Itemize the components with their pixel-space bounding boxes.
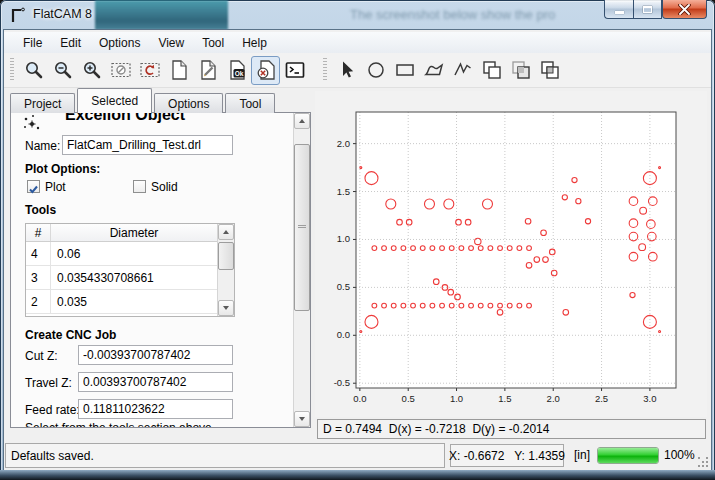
table-row[interactable]: 4 0.06 <box>26 242 234 266</box>
panel-scrollbar[interactable] <box>293 113 310 427</box>
replot-button[interactable] <box>135 56 164 85</box>
tool-diameter-cell[interactable]: 0.0354330708661 <box>51 266 217 289</box>
run-script-button[interactable]: Ok <box>222 56 251 85</box>
menu-help[interactable]: Help <box>233 34 276 52</box>
units-indicator: [in] <box>574 448 590 462</box>
travelz-input[interactable] <box>78 372 233 392</box>
svg-text:0.5: 0.5 <box>337 281 350 292</box>
new-file-icon <box>167 58 191 82</box>
menu-edit[interactable]: Edit <box>51 34 90 52</box>
close-icon <box>678 4 691 15</box>
zoom-out-button[interactable] <box>48 56 77 85</box>
tool-diameter-cell[interactable]: 0.035 <box>51 290 217 313</box>
arrow-down-icon <box>299 417 305 421</box>
plot-options-label: Plot Options: <box>25 162 100 176</box>
menu-view[interactable]: View <box>149 34 193 52</box>
shell-button[interactable] <box>280 56 309 85</box>
svg-text:1.5: 1.5 <box>498 393 511 404</box>
new-file-button[interactable] <box>164 56 193 85</box>
check-icon <box>28 184 39 195</box>
path-tool-button[interactable] <box>448 56 477 85</box>
zoom-in-button[interactable] <box>77 56 106 85</box>
clear-plot-button[interactable] <box>106 56 135 85</box>
feedrate-input[interactable] <box>78 399 233 419</box>
window-title: FlatCAM 8 <box>33 7 92 21</box>
zoom-in-icon <box>80 58 104 82</box>
close-button[interactable] <box>662 0 707 19</box>
tools-hint-text: Select from the tools section above <box>25 421 212 427</box>
rectangle-tool-button[interactable] <box>390 56 419 85</box>
circle-tool-button[interactable] <box>361 56 390 85</box>
arrow-up-icon <box>299 119 305 123</box>
progress-percent: 100% <box>664 448 695 462</box>
subtract-tool-button[interactable] <box>506 56 535 85</box>
name-label: Name: <box>25 139 60 153</box>
plot-canvas[interactable]: 0.00.51.01.52.02.53.0-0.50.00.51.01.52.0 <box>315 91 707 417</box>
menu-options[interactable]: Options <box>90 34 149 52</box>
toolbar-drag-handle-2[interactable] <box>323 58 327 82</box>
menu-file[interactable]: File <box>14 34 51 52</box>
tab-options[interactable]: Options <box>154 93 223 113</box>
plot-checkbox[interactable] <box>27 180 40 193</box>
maximize-button[interactable] <box>633 0 662 19</box>
window-bottom-border <box>0 470 715 480</box>
intersect-tool-button[interactable] <box>535 56 564 85</box>
column-header-diameter[interactable]: Diameter <box>51 224 217 241</box>
svg-text:1.0: 1.0 <box>337 233 350 244</box>
intersect-tool-icon <box>538 58 562 82</box>
flatcam-logo-icon <box>9 6 27 24</box>
clear-plot-icon <box>109 58 133 82</box>
measurement-readout: D = 0.7494 D(x) = -0.7218 D(y) = -0.2014 <box>317 419 706 439</box>
solid-checkbox-label: Solid <box>151 180 178 194</box>
maximize-icon <box>643 6 652 13</box>
delete-object-icon <box>254 58 278 82</box>
union-tool-icon <box>480 58 504 82</box>
cutz-input[interactable] <box>78 345 233 365</box>
table-row[interactable]: 2 0.035 <box>26 290 234 314</box>
tab-tool[interactable]: Tool <box>225 93 275 113</box>
solid-checkbox[interactable] <box>133 180 146 193</box>
svg-text:2.5: 2.5 <box>595 393 608 404</box>
zoom-fit-button[interactable] <box>19 56 48 85</box>
scroll-down-button[interactable] <box>294 411 310 427</box>
svg-text:3.0: 3.0 <box>643 393 656 404</box>
minimize-icon <box>615 11 624 14</box>
minimize-button[interactable] <box>604 0 633 19</box>
table-row[interactable]: 3 0.0354330708661 <box>26 266 234 290</box>
tab-selected[interactable]: Selected <box>77 88 152 113</box>
progress-bar <box>597 447 659 464</box>
tool-diameter-cell[interactable]: 0.06 <box>51 242 217 265</box>
scroll-down-button[interactable] <box>218 300 234 316</box>
toolbar: Ok <box>4 53 711 88</box>
excellon-object-icon <box>20 113 46 133</box>
toolbar-drag-handle[interactable] <box>10 58 14 82</box>
scrollbar-thumb[interactable] <box>294 144 310 311</box>
subtract-tool-icon <box>509 58 533 82</box>
edit-file-button[interactable] <box>193 56 222 85</box>
name-input[interactable] <box>62 135 233 155</box>
menu-tool[interactable]: Tool <box>193 34 233 52</box>
tool-number-cell[interactable]: 2 <box>26 290 51 313</box>
rectangle-tool-icon <box>393 58 417 82</box>
tool-number-cell[interactable]: 4 <box>26 242 51 265</box>
title-bar[interactable]: The screenshot below show the pro FlatCA… <box>0 0 715 30</box>
delete-object-button[interactable] <box>251 56 280 85</box>
drill-plot[interactable]: 0.00.51.01.52.02.53.0-0.50.00.51.01.52.0 <box>315 91 707 417</box>
column-header-number[interactable]: # <box>26 224 51 241</box>
status-message: Defaults saved. <box>5 443 445 468</box>
selected-tab-panel: Excellon Object Name: Plot Options: Plot… <box>10 112 311 428</box>
polygon-tool-button[interactable] <box>419 56 448 85</box>
scroll-up-button[interactable] <box>218 224 234 240</box>
union-tool-button[interactable] <box>477 56 506 85</box>
svg-text:1.5: 1.5 <box>337 186 350 197</box>
tool-number-cell[interactable]: 3 <box>26 266 51 289</box>
scrollbar-thumb[interactable] <box>218 242 234 270</box>
table-scrollbar[interactable] <box>217 224 234 316</box>
scroll-up-button[interactable] <box>294 113 310 129</box>
select-tool-button[interactable] <box>332 56 361 85</box>
cnc-heading: Create CNC Job <box>25 328 116 342</box>
tab-project[interactable]: Project <box>10 93 75 113</box>
svg-text:0.0: 0.0 <box>353 393 366 404</box>
resize-grip[interactable] <box>698 457 708 467</box>
thumb-grip <box>298 225 306 230</box>
